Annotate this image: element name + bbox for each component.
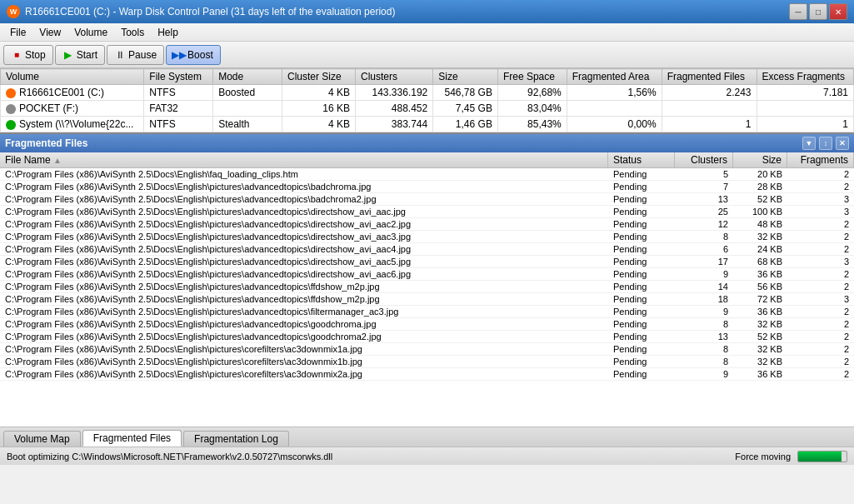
col-filesystem[interactable]: File System: [144, 69, 213, 85]
maximize-button[interactable]: □: [809, 3, 827, 20]
col-header-clusters[interactable]: Clusters: [675, 152, 733, 167]
minimize-button[interactable]: ─: [789, 3, 807, 20]
stop-button[interactable]: ■ Stop: [3, 45, 53, 65]
frag-pin-button[interactable]: ↕: [819, 137, 832, 150]
file-size: 52 KB: [733, 331, 787, 342]
file-list-scroll[interactable]: C:\Program Files (x86)\AviSynth 2.5\Docs…: [0, 168, 854, 427]
boost-button[interactable]: ▶▶ Boost: [166, 45, 221, 65]
tab-volume-map[interactable]: Volume Map: [3, 431, 81, 447]
file-list-item[interactable]: C:\Program Files (x86)\AviSynth 2.5\Docs…: [0, 193, 854, 206]
file-clusters: 13: [675, 193, 733, 205]
pause-button[interactable]: ⏸ Pause: [107, 45, 164, 65]
file-name: C:\Program Files (x86)\AviSynth 2.5\Docs…: [0, 193, 608, 205]
file-list-item[interactable]: C:\Program Files (x86)\AviSynth 2.5\Docs…: [0, 243, 854, 256]
file-list-item[interactable]: C:\Program Files (x86)\AviSynth 2.5\Docs…: [0, 281, 854, 293]
start-button[interactable]: ▶ Start: [55, 45, 105, 65]
volume-row[interactable]: R16661CE001 (C:) NTFS Boosted 4 KB 143.3…: [1, 85, 854, 101]
file-name: C:\Program Files (x86)\AviSynth 2.5\Docs…: [0, 331, 608, 342]
frag-close-button[interactable]: ✕: [836, 137, 849, 150]
file-status: Pending: [608, 306, 675, 317]
col-volume[interactable]: Volume: [1, 69, 144, 85]
file-list-item[interactable]: C:\Program Files (x86)\AviSynth 2.5\Docs…: [0, 256, 854, 268]
file-list-item[interactable]: C:\Program Files (x86)\AviSynth 2.5\Docs…: [0, 268, 854, 281]
file-clusters: 9: [675, 306, 733, 317]
file-status: Pending: [608, 281, 675, 292]
boost-icon: ▶▶: [173, 49, 185, 61]
vol-status-icon: [6, 88, 16, 98]
tab-fragmentation-log[interactable]: Fragmentation Log: [183, 431, 289, 447]
status-bar: Boot optimizing C:\Windows\Microsoft.NET…: [0, 447, 854, 465]
file-clusters: 8: [675, 356, 733, 367]
file-size: 56 KB: [733, 281, 787, 292]
file-size: 48 KB: [733, 218, 787, 230]
file-status: Pending: [608, 368, 675, 380]
file-fragments: 2: [787, 281, 854, 292]
file-clusters: 13: [675, 331, 733, 342]
col-clustersize[interactable]: Cluster Size: [282, 69, 356, 85]
file-list-item[interactable]: C:\Program Files (x86)\AviSynth 2.5\Docs…: [0, 206, 854, 218]
menu-file[interactable]: File: [3, 25, 32, 40]
frag-files-title: Fragmented Files: [5, 137, 87, 149]
frag-files-header: Fragmented Files ▼ ↕ ✕: [0, 134, 854, 152]
menu-view[interactable]: View: [32, 25, 67, 40]
file-list-item[interactable]: C:\Program Files (x86)\AviSynth 2.5\Docs…: [0, 181, 854, 193]
file-status: Pending: [608, 168, 675, 180]
col-fragfiles[interactable]: Fragmented Files: [662, 69, 757, 85]
frag-header-icons: ▼ ↕ ✕: [802, 137, 849, 150]
file-name: C:\Program Files (x86)\AviSynth 2.5\Docs…: [0, 368, 608, 380]
file-fragments: 2: [787, 306, 854, 317]
status-text: Boot optimizing C:\Windows\Microsoft.NET…: [7, 452, 332, 462]
volume-row[interactable]: POCKET (F:) FAT32 16 KB 488.452 7,45 GB …: [1, 101, 854, 117]
close-button[interactable]: ✕: [829, 3, 847, 20]
file-clusters: 8: [675, 231, 733, 242]
col-freespace[interactable]: Free Space: [497, 69, 567, 85]
col-size[interactable]: Size: [433, 69, 498, 85]
file-size: 72 KB: [733, 293, 787, 305]
file-fragments: 2: [787, 181, 854, 192]
col-clusters[interactable]: Clusters: [356, 69, 433, 85]
col-fragarea[interactable]: Fragmented Area: [567, 69, 662, 85]
stop-icon: ■: [11, 49, 22, 61]
file-clusters: 7: [675, 181, 733, 192]
file-clusters: 6: [675, 243, 733, 255]
frag-collapse-button[interactable]: ▼: [802, 137, 816, 150]
file-list-item[interactable]: C:\Program Files (x86)\AviSynth 2.5\Docs…: [0, 293, 854, 306]
col-header-fragments[interactable]: Fragments: [787, 152, 854, 167]
file-clusters: 18: [675, 293, 733, 305]
volume-row[interactable]: System (\\?\Volume{22c... NTFS Stealth 4…: [1, 117, 854, 132]
file-name: C:\Program Files (x86)\AviSynth 2.5\Docs…: [0, 218, 608, 230]
col-mode[interactable]: Mode: [213, 69, 282, 85]
file-status: Pending: [608, 318, 675, 330]
tab-fragmented-files[interactable]: Fragmented Files: [82, 430, 182, 447]
file-name: C:\Program Files (x86)\AviSynth 2.5\Docs…: [0, 256, 608, 267]
file-list-item[interactable]: C:\Program Files (x86)\AviSynth 2.5\Docs…: [0, 231, 854, 243]
file-size: 32 KB: [733, 356, 787, 367]
file-status: Pending: [608, 356, 675, 367]
col-header-size[interactable]: Size: [733, 152, 787, 167]
file-fragments: 3: [787, 293, 854, 305]
col-excessfrags[interactable]: Excess Fragments: [757, 69, 853, 85]
menu-tools[interactable]: Tools: [114, 25, 151, 40]
col-header-name[interactable]: File Name ▲: [0, 152, 608, 167]
progress-fill: [798, 452, 842, 462]
file-list-item[interactable]: C:\Program Files (x86)\AviSynth 2.5\Docs…: [0, 318, 854, 331]
file-size: 36 KB: [733, 306, 787, 317]
status-right: Force moving: [735, 451, 847, 462]
file-list-item[interactable]: C:\Program Files (x86)\AviSynth 2.5\Docs…: [0, 218, 854, 231]
file-list-item[interactable]: C:\Program Files (x86)\AviSynth 2.5\Docs…: [0, 368, 854, 381]
file-fragments: 2: [787, 343, 854, 355]
file-clusters: 9: [675, 268, 733, 280]
file-list-item[interactable]: C:\Program Files (x86)\AviSynth 2.5\Docs…: [0, 306, 854, 318]
file-name: C:\Program Files (x86)\AviSynth 2.5\Docs…: [0, 181, 608, 192]
file-list-item[interactable]: C:\Program Files (x86)\AviSynth 2.5\Docs…: [0, 331, 854, 343]
app-icon: W: [7, 5, 20, 18]
file-size: 36 KB: [733, 368, 787, 380]
col-header-status[interactable]: Status: [608, 152, 675, 167]
file-list-item[interactable]: C:\Program Files (x86)\AviSynth 2.5\Docs…: [0, 168, 854, 181]
menu-volume[interactable]: Volume: [67, 25, 114, 40]
menu-help[interactable]: Help: [151, 25, 185, 40]
file-list-item[interactable]: C:\Program Files (x86)\AviSynth 2.5\Docs…: [0, 356, 854, 368]
file-status: Pending: [608, 331, 675, 342]
file-fragments: 2: [787, 368, 854, 380]
file-list-item[interactable]: C:\Program Files (x86)\AviSynth 2.5\Docs…: [0, 343, 854, 356]
